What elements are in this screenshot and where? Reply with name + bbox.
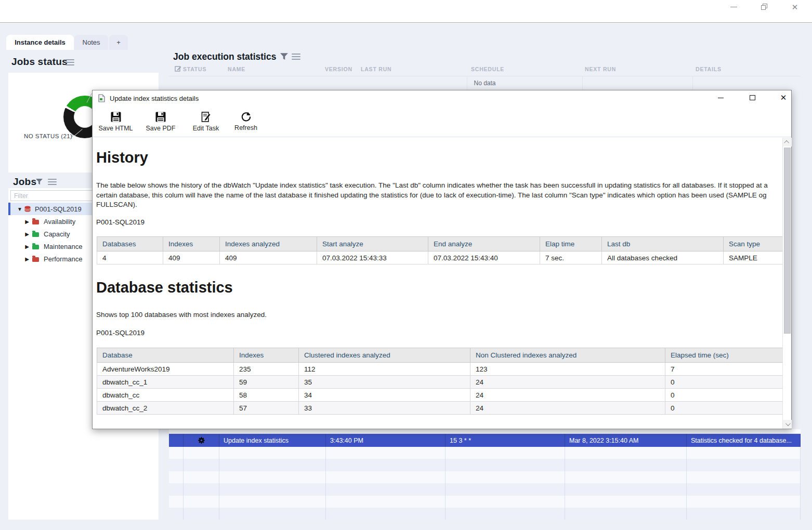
tab-notes[interactable]: Notes: [74, 35, 108, 50]
table-row: dbwatch_cc_1 59 35 24 0: [97, 376, 783, 389]
gear-icon[interactable]: [184, 434, 219, 447]
chevron-down-icon[interactable]: ▼: [17, 206, 23, 212]
tab-instance-details[interactable]: Instance details: [6, 35, 74, 50]
document-icon: [98, 94, 105, 102]
cell-details: Statistics checked for 4 database...: [687, 434, 801, 447]
tree-item-label: Capacity: [44, 230, 70, 238]
toolbar-button-label: Edit Task: [193, 125, 219, 132]
add-tab-icon: +: [116, 38, 121, 46]
minimize-icon[interactable]: [726, 1, 741, 12]
chevron-right-icon[interactable]: ▶: [24, 219, 30, 224]
tree-item-label: P001-SQL2019: [35, 205, 82, 213]
th-non-clustered: Non Clustered indexes analyzed: [470, 348, 665, 363]
restore-icon[interactable]: [756, 1, 772, 12]
tree-item-label: Availability: [44, 218, 75, 226]
th-clustered: Clustered indexes analyzed: [299, 348, 470, 363]
database-icon: [24, 206, 31, 212]
tree-item-label: Performance: [44, 255, 82, 263]
th-end-analyze: End analyze: [428, 237, 540, 251]
th-elap-time: Elap time: [540, 237, 602, 251]
scroll-up-icon[interactable]: [783, 138, 792, 147]
table-row: dbwatch_cc 58 34 24 0: [97, 389, 783, 402]
table-empty-rows: [169, 447, 801, 520]
history-description: The table below shows the history of the…: [96, 181, 776, 210]
table-row[interactable]: [169, 459, 801, 471]
tab-label: Instance details: [15, 38, 66, 46]
chevron-right-icon[interactable]: ▶: [24, 231, 30, 237]
no-data-message: No data: [169, 80, 801, 87]
history-instance-label: P001-SQL2019: [96, 218, 145, 226]
app-window: ✕ Instance details Notes + Jobs status N…: [0, 0, 812, 530]
folder-icon: [32, 257, 39, 262]
toolbar-button-label: Save HTML: [99, 125, 133, 132]
column-header-status[interactable]: STATUS: [183, 66, 206, 72]
donut-segment-label: NO STATUS (21): [24, 133, 72, 139]
close-icon[interactable]: ✕: [787, 1, 803, 12]
th-scan-type: Scan type: [724, 237, 783, 251]
dialog-content: History The table below shows the histor…: [93, 138, 782, 429]
cell-schedule: 15 3 * *: [446, 434, 565, 447]
table-row-selected[interactable]: Update index statistics 3:43:40 PM 15 3 …: [169, 434, 801, 447]
chevron-right-icon[interactable]: ▶: [24, 256, 30, 262]
folder-icon: [32, 245, 39, 249]
dialog-minimize-icon[interactable]: [712, 92, 729, 103]
db-stats-subtitle: Shows top 100 databases with most indexe…: [96, 310, 267, 320]
save-pdf-button[interactable]: Save PDF: [145, 111, 177, 132]
th-indexes: Indexes: [234, 348, 299, 363]
table-row[interactable]: [169, 447, 801, 459]
jobs-status-menu-icon[interactable]: [66, 59, 74, 65]
th-start-analyze: Start analyze: [317, 237, 428, 251]
toolbar-button-label: Save PDF: [146, 125, 176, 132]
row-indicator-cell: [169, 434, 184, 447]
table-row: dbwatch_cc_2 57 33 24 0: [97, 402, 783, 415]
save-icon: [155, 111, 166, 123]
table-row[interactable]: [169, 483, 801, 496]
column-header-name[interactable]: NAME: [228, 66, 245, 72]
chevron-right-icon[interactable]: ▶: [24, 244, 30, 249]
header-divider: [169, 76, 801, 76]
refresh-button[interactable]: Refresh: [233, 111, 258, 131]
table-row: AdventureWorks2019 235 112 123 7: [97, 363, 783, 376]
dialog-close-icon[interactable]: ✕: [775, 92, 792, 103]
table-row[interactable]: [169, 471, 801, 483]
filter-icon[interactable]: [36, 179, 43, 185]
dialog-scrollbar[interactable]: [782, 138, 791, 429]
dialog-maximize-icon[interactable]: [743, 92, 761, 103]
refresh-icon: [241, 111, 252, 122]
th-indexes: Indexes: [163, 237, 220, 251]
edit-task-button[interactable]: Edit Task: [191, 111, 220, 132]
cell-next-run: Mar 8, 2022 3:15:40 AM: [565, 434, 687, 447]
scrollbar-thumb[interactable]: [784, 148, 791, 334]
dialog-update-index-statistics: Update index statistics details ✕ Save H…: [92, 90, 792, 429]
column-header-schedule[interactable]: SCHEDULE: [471, 66, 504, 72]
th-database: Database: [97, 348, 234, 363]
jobs-status-title: Jobs status: [11, 56, 68, 68]
history-table: Databases Indexes Indexes analyzed Start…: [97, 236, 782, 264]
column-header-last-run[interactable]: LAST RUN: [361, 66, 391, 72]
table-header-row: Database Indexes Clustered indexes analy…: [97, 348, 783, 363]
table-header-sliver: [169, 429, 801, 434]
db-stats-table: Database Indexes Clustered indexes analy…: [97, 348, 782, 415]
save-icon: [110, 111, 122, 123]
column-header-details[interactable]: DETAILS: [696, 66, 722, 72]
jobs-panel-menu-icon[interactable]: [48, 179, 57, 185]
save-html-button[interactable]: Save HTML: [98, 111, 133, 132]
column-header-next-run[interactable]: NEXT RUN: [585, 66, 616, 72]
column-header-version[interactable]: VERSION: [325, 66, 352, 72]
table-row[interactable]: [169, 508, 801, 520]
th-elapsed: Elapsed time (sec): [665, 348, 783, 363]
edit-icon: [200, 111, 212, 123]
cell-last-run: 3:43:40 PM: [326, 434, 446, 447]
table-header-row: Databases Indexes Indexes analyzed Start…: [97, 237, 783, 251]
toolbar-button-label: Refresh: [234, 124, 257, 131]
edit-columns-icon[interactable]: [175, 65, 181, 72]
table-row[interactable]: [169, 496, 801, 508]
table-row: 4 409 409 07.03.2022 15:43:33 07.03.2022…: [97, 251, 783, 264]
tab-add[interactable]: +: [109, 35, 128, 50]
job-exec-menu-icon[interactable]: [292, 54, 300, 60]
scroll-down-icon[interactable]: [783, 420, 792, 429]
th-indexes-analyzed: Indexes analyzed: [220, 237, 317, 251]
filter-icon[interactable]: [280, 53, 288, 60]
th-databases: Databases: [97, 237, 163, 251]
window-titlebar[interactable]: [0, 0, 812, 23]
